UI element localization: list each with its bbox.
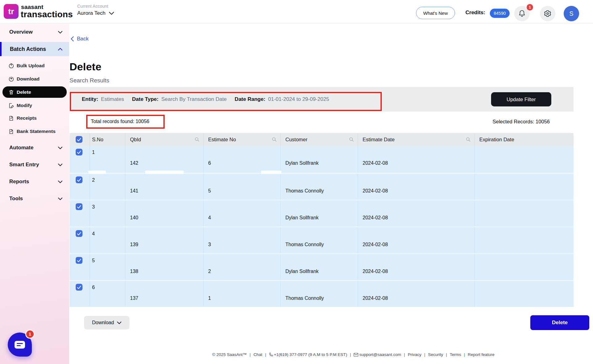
column-header-label: Estimate No bbox=[208, 137, 236, 143]
row-checkbox-cell bbox=[69, 146, 90, 173]
sidebar-item-label: Overview bbox=[9, 29, 33, 35]
results-table: S.NoQbIdEstimate NoCustomerEstimate Date… bbox=[69, 133, 574, 307]
cell-expiration-date bbox=[474, 227, 574, 253]
notifications-button[interactable]: 1 bbox=[514, 6, 530, 21]
sidebar-item-download[interactable]: Download bbox=[0, 73, 69, 85]
select-all-checkbox[interactable] bbox=[76, 136, 82, 143]
row-checkbox[interactable] bbox=[76, 284, 82, 291]
delete-button[interactable]: Delete bbox=[530, 315, 589, 330]
cell-estimate-date: 2024-02-08 bbox=[358, 254, 474, 280]
row-checkbox[interactable] bbox=[76, 176, 82, 183]
footer-item-report-feature[interactable]: Report feature bbox=[468, 352, 494, 357]
footer-item-1-619-377-0977-9-a-m-to-5-p-m-est[interactable]: +1(619) 377-0977 (9 A.M to 5 P.M EST) bbox=[269, 352, 347, 357]
cell-sno: 6 bbox=[90, 281, 125, 307]
cell-expiration-date bbox=[474, 254, 574, 280]
total-records-text: Total records found: 10056 bbox=[91, 119, 149, 124]
cell-value: 1 bbox=[208, 296, 211, 301]
sidebar-item-label: Modify bbox=[17, 103, 32, 108]
cell-value: 141 bbox=[130, 188, 138, 194]
sidebar-item-label: Delete bbox=[17, 89, 31, 95]
cell-value: 2024-02-08 bbox=[363, 215, 388, 221]
notification-count-badge: 1 bbox=[526, 3, 534, 11]
row-checkbox[interactable] bbox=[76, 230, 82, 237]
footer-item-support-saasant-com[interactable]: support@saasant.com bbox=[354, 352, 401, 357]
cell-sno: 2 bbox=[90, 174, 125, 200]
cell-customer: Dylan Sollfrank bbox=[280, 146, 358, 173]
receipt-icon bbox=[8, 115, 14, 121]
chevron-left-icon bbox=[71, 36, 74, 41]
footer-item-label: Security bbox=[428, 352, 443, 357]
footer-separator: | bbox=[404, 352, 405, 357]
settings-button[interactable] bbox=[540, 6, 555, 21]
sidebar-item-batch-actions[interactable]: Batch Actions bbox=[0, 42, 69, 56]
sidebar-item-tools[interactable]: Tools bbox=[0, 192, 69, 205]
chevron-down-icon bbox=[58, 180, 62, 183]
sidebar-item-overview[interactable]: Overview bbox=[0, 27, 69, 38]
back-button[interactable]: Back bbox=[71, 36, 89, 42]
download-button[interactable]: Download bbox=[84, 316, 129, 329]
cell-estimate-no: 1 bbox=[203, 281, 280, 307]
sidebar-item-label: Tools bbox=[9, 196, 23, 202]
sidebar-item-delete[interactable]: Delete bbox=[2, 86, 67, 98]
cell-qbid: 137 bbox=[125, 281, 203, 307]
table-row: 61371Thomas Connolly2024-02-08 bbox=[69, 280, 574, 307]
phone-icon bbox=[269, 353, 273, 357]
row-number: 6 bbox=[92, 285, 95, 290]
footer-item-terms[interactable]: Terms bbox=[450, 352, 461, 357]
top-header: tr saasant transactions Current Account … bbox=[0, 0, 593, 23]
cell-value: 137 bbox=[130, 296, 138, 301]
cell-value: Thomas Connolly bbox=[285, 188, 324, 194]
sidebar-item-modify[interactable]: Modify bbox=[0, 100, 69, 111]
search-icon[interactable] bbox=[349, 137, 354, 142]
footer-item-security[interactable]: Security bbox=[428, 352, 443, 357]
table-row: 31404Dylan Sollfrank2024-02-08 bbox=[69, 200, 574, 226]
search-icon[interactable] bbox=[272, 137, 277, 142]
chat-launcher-button[interactable]: 1 bbox=[8, 333, 32, 357]
column-header-qbid: QbId bbox=[125, 133, 203, 146]
row-checkbox[interactable] bbox=[76, 149, 82, 155]
row-number: 2 bbox=[92, 177, 95, 183]
footer-item-chat[interactable]: Chat bbox=[254, 352, 263, 357]
search-icon[interactable] bbox=[195, 137, 200, 142]
update-filter-button[interactable]: Update Filter bbox=[491, 92, 551, 106]
whats-new-button[interactable]: What's New bbox=[416, 7, 455, 19]
date-range-label: Date Range: bbox=[235, 96, 265, 102]
sidebar-item-smart-entry[interactable]: Smart Entry bbox=[0, 159, 69, 171]
chevron-down-icon bbox=[117, 321, 121, 324]
search-icon[interactable] bbox=[466, 137, 471, 142]
footer-separator: | bbox=[424, 352, 426, 357]
row-checkbox-cell bbox=[69, 174, 90, 200]
footer: © 2025 SaasAnt™|Chat|+1(619) 377-0977 (9… bbox=[69, 352, 593, 357]
partial-next-row-cell bbox=[88, 171, 106, 174]
cell-qbid: 140 bbox=[125, 201, 203, 226]
row-checkbox[interactable] bbox=[76, 203, 82, 210]
table-row: 11426Dylan Sollfrank2024-02-08 bbox=[69, 146, 574, 173]
cell-value: 140 bbox=[130, 215, 138, 221]
bank-statement-icon bbox=[8, 128, 14, 134]
sidebar-item-automate[interactable]: Automate bbox=[0, 142, 69, 154]
cell-estimate-no: 4 bbox=[203, 201, 280, 226]
column-header-customer: Customer bbox=[280, 133, 358, 146]
entity-label: Entity: bbox=[82, 96, 98, 102]
cell-value: 2024-02-08 bbox=[363, 188, 388, 194]
sidebar-item-receipts[interactable]: Receipts bbox=[0, 112, 69, 124]
brand-name-bottom: transactions bbox=[21, 10, 73, 19]
footer-item-label: Report feature bbox=[468, 352, 494, 357]
trash-icon bbox=[8, 89, 14, 95]
column-header-label: Estimate Date bbox=[363, 137, 395, 143]
row-checkbox[interactable] bbox=[76, 257, 82, 264]
edit-icon bbox=[8, 102, 14, 109]
footer-item-privacy[interactable]: Privacy bbox=[408, 352, 421, 357]
cell-expiration-date bbox=[474, 281, 574, 307]
cell-expiration-date bbox=[474, 146, 574, 173]
sidebar-item-bank-statements[interactable]: Bank Statements bbox=[0, 126, 69, 137]
sidebar-item-bulk-upload[interactable]: Bulk Upload bbox=[0, 60, 69, 72]
chat-unread-badge: 1 bbox=[25, 329, 35, 339]
account-switcher[interactable]: Aurora Tech bbox=[77, 10, 114, 16]
user-avatar[interactable]: S bbox=[564, 6, 579, 21]
table-row: 41393Thomas Connolly2024-02-08 bbox=[69, 226, 574, 253]
row-checkbox-cell bbox=[69, 227, 90, 253]
row-checkbox-cell bbox=[69, 254, 90, 280]
sidebar-item-reports[interactable]: Reports bbox=[0, 176, 69, 188]
cell-customer: Thomas Connolly bbox=[280, 227, 358, 253]
